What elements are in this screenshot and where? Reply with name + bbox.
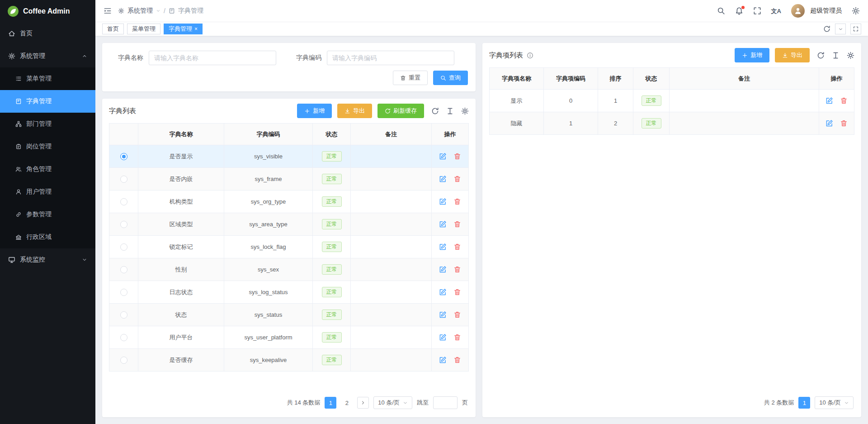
edit-icon[interactable] — [826, 97, 833, 105]
edit-icon[interactable] — [439, 152, 447, 160]
dict-code-input[interactable] — [327, 51, 454, 65]
delete-icon[interactable] — [453, 333, 461, 341]
table-row[interactable]: 隐藏 1 2 正常 — [490, 112, 854, 135]
radio-button[interactable] — [120, 198, 127, 205]
export-dict-items-button[interactable]: 导出 — [775, 48, 810, 62]
sidebar-item-system-management[interactable]: 系统管理 — [0, 45, 95, 67]
dict-name-input[interactable] — [149, 51, 276, 65]
sidebar-item-user-management[interactable]: 用户管理 — [0, 181, 95, 203]
radio-button[interactable] — [120, 289, 127, 296]
translate-icon[interactable]: 文A — [771, 8, 781, 14]
edit-icon[interactable] — [439, 175, 447, 183]
tab-menu-management[interactable]: 菜单管理 — [127, 24, 160, 34]
settings-gear-icon[interactable] — [852, 7, 860, 15]
column-settings-icon[interactable] — [446, 107, 454, 115]
page-1-button[interactable]: 1 — [798, 397, 810, 409]
delete-icon[interactable] — [453, 175, 461, 183]
table-row[interactable]: 是否缓存 sys_keepalive 正常 — [109, 349, 469, 372]
sidebar-item-post-management[interactable]: 岗位管理 — [0, 135, 95, 158]
edit-icon[interactable] — [439, 266, 447, 273]
close-icon[interactable]: × — [194, 26, 198, 32]
content-fullscreen-icon[interactable] — [850, 24, 861, 34]
next-page-button[interactable] — [357, 397, 369, 409]
chevron-down-icon[interactable] — [156, 9, 160, 13]
delete-icon[interactable] — [453, 288, 461, 296]
refresh-icon[interactable] — [431, 107, 439, 115]
delete-icon[interactable] — [453, 198, 461, 205]
dict-items-card: 字典项列表 新增 导出 — [482, 43, 861, 417]
radio-button[interactable] — [120, 176, 127, 183]
sidebar-item-role-management[interactable]: 角色管理 — [0, 158, 95, 181]
radio-button[interactable] — [120, 266, 127, 273]
sidebar-item-param-management[interactable]: 参数管理 — [0, 203, 95, 226]
table-row[interactable]: 日志状态 sys_log_status 正常 — [109, 281, 469, 304]
table-row[interactable]: 机构类型 sys_org_type 正常 — [109, 191, 469, 213]
table-row[interactable]: 状态 sys_status 正常 — [109, 304, 469, 326]
edit-icon[interactable] — [826, 119, 833, 127]
delete-icon[interactable] — [453, 152, 461, 160]
table-row[interactable]: 是否内嵌 sys_frame 正常 — [109, 168, 469, 191]
user-icon — [15, 189, 22, 195]
sidebar-item-system-monitor[interactable]: 系统监控 — [0, 248, 95, 271]
sidebar-item-home[interactable]: 首页 — [0, 22, 95, 45]
add-dict-button[interactable]: 新增 — [297, 104, 332, 118]
page-size-select[interactable]: 10 条/页 — [373, 396, 412, 409]
edit-icon[interactable] — [439, 356, 447, 364]
search-icon[interactable] — [717, 7, 725, 15]
query-button[interactable]: 查询 — [433, 71, 468, 85]
column-settings-icon[interactable] — [832, 52, 840, 59]
collapse-sidebar-icon[interactable] — [104, 7, 112, 15]
reset-button[interactable]: 重置 — [393, 71, 428, 85]
delete-icon[interactable] — [453, 266, 461, 273]
edit-icon[interactable] — [439, 220, 447, 228]
edit-icon[interactable] — [439, 243, 447, 251]
radio-button[interactable] — [120, 243, 127, 251]
tab-actions-dropdown[interactable] — [835, 24, 846, 34]
avatar[interactable] — [791, 4, 805, 18]
delete-icon[interactable] — [453, 243, 461, 251]
radio-button[interactable] — [120, 153, 127, 160]
sidebar-item-admin-region[interactable]: 行政区域 — [0, 226, 95, 248]
edit-icon[interactable] — [439, 333, 447, 341]
radio-button[interactable] — [120, 357, 127, 364]
delete-icon[interactable] — [840, 97, 848, 105]
gear-icon[interactable] — [461, 107, 469, 115]
edit-icon[interactable] — [439, 198, 447, 205]
table-row[interactable]: 是否显示 sys_visible 正常 — [109, 145, 469, 168]
sidebar-item-dict-management[interactable]: 字典管理 — [0, 90, 95, 113]
breadcrumb-item-system[interactable]: 系统管理 — [127, 7, 153, 15]
refresh-icon[interactable] — [817, 52, 825, 59]
delete-icon[interactable] — [453, 220, 461, 228]
page-size-select[interactable]: 10 条/页 — [815, 396, 854, 409]
delete-icon[interactable] — [453, 311, 461, 319]
fullscreen-icon[interactable] — [753, 7, 761, 15]
add-dict-item-button[interactable]: 新增 — [735, 48, 769, 62]
tab-dict-management[interactable]: 字典管理 × — [164, 24, 203, 34]
edit-icon[interactable] — [439, 288, 447, 296]
user-name[interactable]: 超级管理员 — [810, 7, 842, 15]
radio-button[interactable] — [120, 221, 127, 228]
page-1-button[interactable]: 1 — [325, 397, 336, 409]
refresh-icon[interactable] — [823, 25, 830, 33]
tab-home[interactable]: 首页 — [102, 24, 124, 34]
table-row[interactable]: 区域类型 sys_area_type 正常 — [109, 213, 469, 236]
sidebar-item-dept-management[interactable]: 部门管理 — [0, 113, 95, 135]
jump-page-input[interactable] — [433, 396, 458, 409]
radio-button[interactable] — [120, 311, 127, 319]
info-icon[interactable] — [527, 52, 533, 59]
notification-bell-icon[interactable] — [735, 7, 743, 15]
table-row[interactable]: 锁定标记 sys_lock_flag 正常 — [109, 236, 469, 258]
gear-icon[interactable] — [847, 52, 854, 59]
table-row[interactable]: 显示 0 1 正常 — [490, 90, 854, 112]
table-row[interactable]: 用户平台 sys_user_platform 正常 — [109, 326, 469, 349]
table-row[interactable]: 性别 sys_sex 正常 — [109, 258, 469, 281]
export-dict-button[interactable]: 导出 — [337, 104, 372, 118]
page-2-button[interactable]: 2 — [341, 397, 353, 409]
refresh-cache-button[interactable]: 刷新缓存 — [377, 104, 424, 118]
delete-icon[interactable] — [453, 356, 461, 364]
sidebar-item-menu-management[interactable]: 菜单管理 — [0, 67, 95, 90]
status-badge: 正常 — [322, 242, 342, 252]
edit-icon[interactable] — [439, 311, 447, 319]
delete-icon[interactable] — [840, 119, 848, 127]
radio-button[interactable] — [120, 334, 127, 341]
